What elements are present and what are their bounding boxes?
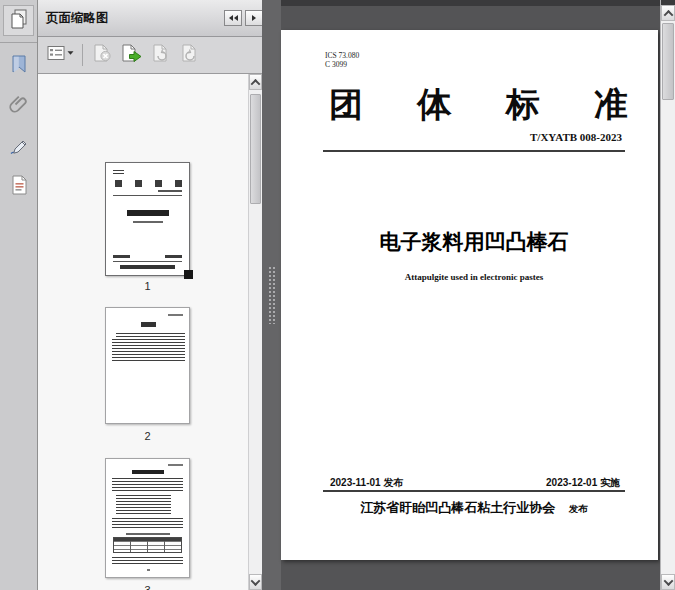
preview-ics-lines	[113, 170, 124, 175]
preview-rule	[113, 195, 182, 196]
preview-text	[112, 557, 183, 565]
options-menu-icon	[47, 45, 74, 65]
preview-rule2	[113, 261, 182, 262]
big-title-char: 标	[506, 86, 540, 124]
page-thumbnails-panel-button[interactable]	[3, 5, 34, 36]
preview-char	[135, 180, 142, 187]
double-left-arrow-icon2	[234, 15, 238, 21]
ics-line-1: ICS 73.080	[325, 51, 359, 60]
preview-text	[116, 333, 185, 338]
preview-heading	[141, 322, 156, 327]
release-date-value: 2023-11-01	[330, 477, 381, 488]
chevron-up-icon	[251, 78, 261, 88]
preview-page-number	[147, 569, 150, 571]
splitter-grip-icon	[268, 266, 276, 324]
delete-page-button[interactable]	[88, 41, 117, 69]
scroll-up-button[interactable]	[249, 74, 262, 90]
implement-date: 2023-12-01 实施	[546, 476, 620, 490]
preview-date-left	[113, 255, 130, 258]
double-left-arrow-icon	[229, 15, 233, 21]
thumbnail-page-number: 2	[105, 430, 190, 442]
rotate-clockwise-icon	[179, 43, 202, 67]
sidebar-separator	[0, 42, 37, 43]
rotate-clockwise-button[interactable]	[176, 41, 205, 69]
preview-subtitle	[133, 221, 163, 223]
scroll-down-button[interactable]	[661, 574, 675, 590]
document-view[interactable]: ICS 73.080 C 3099 团 体 标 准 T/XYATB 008-20…	[281, 0, 660, 590]
thumbnail-list: 1 2 3	[38, 74, 248, 590]
scrollbar-thumb[interactable]	[662, 23, 674, 100]
preview-header	[168, 464, 183, 466]
bookmarks-icon	[9, 53, 29, 79]
expand-panel-button[interactable]	[245, 10, 263, 26]
preview-table-caption	[126, 533, 170, 535]
release-date-label: 发布	[383, 477, 403, 488]
preview-char	[155, 180, 162, 187]
preview-list	[116, 495, 171, 515]
delete-page-icon	[91, 43, 114, 67]
thumbnail-page-number: 1	[105, 280, 190, 292]
extract-page-icon	[120, 43, 144, 67]
implement-date-label: 实施	[600, 477, 620, 488]
publisher-row: 江苏省盱眙凹凸棒石粘土行业协会 发布	[323, 499, 625, 517]
panel-title: 页面缩略图	[46, 0, 109, 36]
preview-table	[113, 537, 182, 553]
document-content-panel-button[interactable]	[3, 171, 34, 202]
thumbnail-page-1[interactable]	[105, 162, 190, 276]
bookmarks-panel-button[interactable]	[3, 50, 34, 81]
thumbnail-scrollbar[interactable]	[248, 74, 262, 590]
rotate-counterclockwise-icon	[150, 43, 173, 67]
implement-date-value: 2023-12-01	[546, 477, 597, 488]
preview-header	[168, 314, 183, 316]
pdf-page-1: ICS 73.080 C 3099 团 体 标 准 T/XYATB 008-20…	[281, 30, 658, 560]
ics-code-block: ICS 73.080 C 3099	[325, 51, 359, 69]
preview-title	[127, 210, 169, 216]
preview-std-number	[158, 190, 182, 192]
document-top-band	[281, 0, 660, 6]
preview-date-right	[165, 255, 182, 258]
right-arrow-icon	[252, 15, 256, 21]
thumbnail-options-button[interactable]	[44, 41, 77, 69]
thumbnails-toolbar	[38, 37, 262, 74]
rotate-counterclockwise-button[interactable]	[147, 41, 176, 69]
big-title-char: 团	[329, 86, 363, 124]
collapse-panel-button[interactable]	[224, 10, 242, 26]
attachments-panel-button[interactable]	[3, 88, 34, 119]
footer-rule	[323, 490, 625, 492]
page-with-lines-icon	[9, 174, 29, 200]
pdf-viewer-window: 页面缩略图	[0, 0, 675, 590]
signature-pen-icon	[8, 134, 30, 160]
toolbar-separator	[82, 44, 83, 66]
thumbnail-page-number: 3	[105, 584, 190, 590]
standard-number: T/XYATB 008-2023	[530, 131, 622, 143]
release-date: 2023-11-01 发布	[330, 476, 403, 490]
header-rule	[323, 150, 625, 152]
panel-splitter[interactable]	[262, 0, 281, 590]
dates-row: 2023-11-01 发布 2023-12-01 实施	[330, 476, 620, 490]
navigation-sidebar	[0, 0, 38, 590]
publisher-suffix: 发布	[569, 503, 588, 514]
standard-type-title: 团 体 标 准	[329, 86, 628, 124]
extract-page-button[interactable]	[117, 41, 147, 69]
preview-char	[115, 180, 122, 187]
preview-char	[175, 180, 182, 187]
signatures-panel-button[interactable]	[3, 131, 34, 162]
preview-publisher	[120, 265, 175, 269]
chevron-up-icon	[663, 9, 673, 19]
big-title-char: 准	[594, 86, 628, 124]
paperclip-icon	[8, 91, 30, 117]
chevron-down-icon	[251, 576, 261, 586]
page-thumbnails-icon	[8, 8, 30, 34]
thumbnail-page-3[interactable]	[105, 458, 190, 578]
big-title-char: 体	[417, 86, 451, 124]
document-scrollbar[interactable]	[660, 0, 675, 590]
page-view-box-handle[interactable]	[184, 270, 193, 279]
scrollbar-thumb[interactable]	[250, 94, 261, 204]
preview-text	[112, 518, 183, 530]
scroll-down-button[interactable]	[249, 574, 262, 590]
thumbnail-page-2[interactable]	[105, 307, 190, 424]
preview-text	[112, 339, 185, 362]
document-title-cn: 电子浆料用凹凸棒石	[323, 228, 625, 256]
ics-line-2: C 3099	[325, 60, 359, 69]
scroll-up-button[interactable]	[661, 5, 675, 21]
